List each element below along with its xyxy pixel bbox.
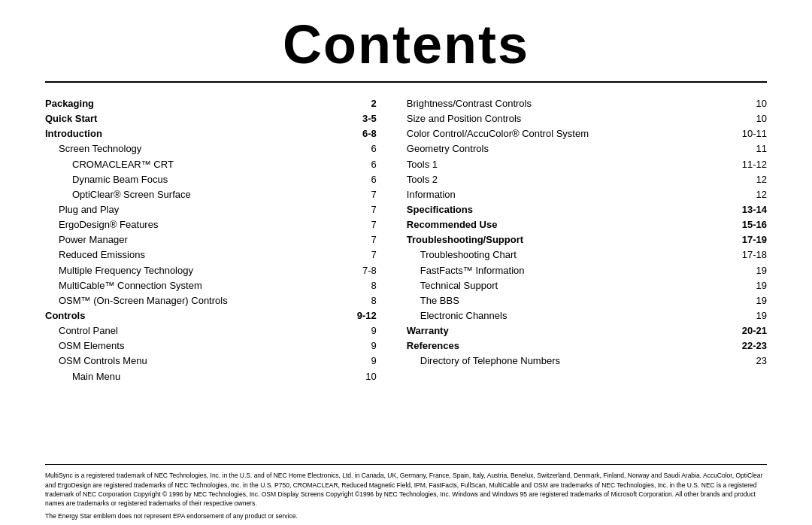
toc-label: Plug and Play — [59, 202, 347, 217]
toc-page: 10 — [737, 111, 767, 126]
toc-entry: OSM™ (On-Screen Manager) Controls8 — [45, 293, 377, 308]
toc-entry: OSM Controls Menu9 — [45, 354, 377, 369]
toc-entry: CROMACLEAR™ CRT6 — [45, 157, 377, 172]
toc-entry: FastFacts™ Information19 — [407, 263, 767, 278]
toc-page: 19 — [737, 278, 767, 293]
toc-label: Dynamic Beam Focus — [72, 172, 347, 187]
toc-label: Power Manager — [59, 232, 347, 247]
toc-page: 6 — [347, 172, 377, 187]
page: Contents Packaging2Quick Start3-5Introdu… — [0, 0, 812, 525]
toc-entry: Tools 212 — [407, 172, 767, 187]
toc-label: CROMACLEAR™ CRT — [72, 157, 347, 172]
toc-label: Warranty — [407, 323, 737, 338]
toc-label: OSM Controls Menu — [59, 354, 347, 369]
toc-page: 9 — [347, 323, 377, 338]
toc-page: 10 — [347, 369, 377, 384]
toc-entry: Recommended Use15-16 — [407, 217, 767, 232]
toc-page: 10-11 — [737, 126, 767, 141]
left-column: Packaging2Quick Start3-5Introduction6-8S… — [45, 96, 392, 464]
toc-page: 12 — [737, 187, 767, 202]
toc-entry: Quick Start3-5 — [45, 111, 377, 126]
toc-page: 9-12 — [347, 308, 377, 323]
toc-entry: Main Menu10 — [45, 369, 377, 384]
toc-page: 19 — [737, 263, 767, 278]
toc-entry: Control Panel9 — [45, 323, 377, 338]
toc-label: Technical Support — [420, 278, 737, 293]
divider — [45, 81, 767, 83]
toc-page: 7 — [347, 202, 377, 217]
toc-label: Tools 1 — [407, 157, 737, 172]
toc-page: 12 — [737, 172, 767, 187]
toc-page: 7-8 — [347, 263, 377, 278]
toc-entry: Plug and Play7 — [45, 202, 377, 217]
toc-entry: Screen Technology6 — [45, 141, 377, 156]
footer-main-text: MultiSync is a registered trademark of N… — [45, 471, 767, 508]
toc-page: 11-12 — [737, 157, 767, 172]
toc-page: 11 — [737, 141, 767, 156]
toc-label: Troubleshooting Chart — [420, 247, 737, 262]
toc-entry: References22-23 — [407, 338, 767, 354]
toc-page: 6 — [347, 157, 377, 172]
toc-label: OSM Elements — [59, 338, 347, 354]
toc-label: Multiple Frequency Technology — [59, 263, 347, 278]
toc-entry: Reduced Emissions7 — [45, 247, 377, 262]
toc-entry: Directory of Telephone Numbers23 — [407, 354, 767, 369]
toc-label: OSM™ (On-Screen Manager) Controls — [59, 293, 347, 308]
toc-label: Size and Position Controls — [407, 111, 737, 126]
title-section: Contents — [45, 0, 767, 81]
toc-label: Electronic Channels — [420, 308, 737, 323]
toc-page: 7 — [347, 232, 377, 247]
toc-page: 22-23 — [737, 338, 767, 354]
toc-label: Specifications — [407, 202, 737, 217]
toc-label: Troubleshooting/Support — [407, 232, 737, 247]
toc-label: Directory of Telephone Numbers — [420, 354, 737, 369]
toc-entry: Color Control/AccuColor® Control System1… — [407, 126, 767, 141]
toc-page: 9 — [347, 338, 377, 354]
toc-entry: The BBS19 — [407, 293, 767, 308]
toc-page: 17-18 — [737, 247, 767, 262]
toc-page: 17-19 — [737, 232, 767, 247]
toc-page: 15-16 — [737, 217, 767, 232]
page-title: Contents — [283, 14, 529, 74]
toc-entry: OSM Elements9 — [45, 338, 377, 354]
toc-page: 7 — [347, 247, 377, 262]
toc-entry: Information12 — [407, 187, 767, 202]
toc-entry: Geometry Controls11 — [407, 141, 767, 156]
toc-label: Main Menu — [72, 369, 347, 384]
toc-entry: Specifications13-14 — [407, 202, 767, 217]
toc-page: 10 — [737, 96, 767, 111]
toc-label: ErgoDesign® Features — [59, 217, 347, 232]
toc-entry: Electronic Channels19 — [407, 308, 767, 323]
toc-label: Control Panel — [59, 323, 347, 338]
toc-page: 20-21 — [737, 323, 767, 338]
toc-page: 6-8 — [347, 126, 377, 141]
toc-entry: MultiCable™ Connection System8 — [45, 278, 377, 293]
toc-label: Tools 2 — [407, 172, 737, 187]
toc-label: Packaging — [45, 96, 347, 111]
toc-entry: Technical Support19 — [407, 278, 767, 293]
toc-label: Color Control/AccuColor® Control System — [407, 126, 737, 141]
toc-page: 8 — [347, 278, 377, 293]
footer-energy-text: The Energy Star emblem does not represen… — [45, 511, 767, 520]
toc-entry: Warranty20-21 — [407, 323, 767, 338]
toc-entry: Troubleshooting Chart17-18 — [407, 247, 767, 262]
toc-label: Geometry Controls — [407, 141, 737, 156]
toc-page: 6 — [347, 141, 377, 156]
toc-page: 13-14 — [737, 202, 767, 217]
toc-page: 7 — [347, 187, 377, 202]
toc-page: 7 — [347, 217, 377, 232]
toc-entry: Size and Position Controls10 — [407, 111, 767, 126]
toc-page: 8 — [347, 293, 377, 308]
toc-entry: Introduction6-8 — [45, 126, 377, 141]
toc-label: Screen Technology — [59, 141, 347, 156]
toc-page: 19 — [737, 308, 767, 323]
toc-label: Information — [407, 187, 737, 202]
toc-label: Brightness/Contrast Controls — [407, 96, 737, 111]
toc-entry: ErgoDesign® Features7 — [45, 217, 377, 232]
toc-entry: Packaging2 — [45, 96, 377, 111]
footer: MultiSync is a registered trademark of N… — [45, 464, 767, 525]
toc-label: FastFacts™ Information — [420, 263, 737, 278]
toc-entry: Power Manager7 — [45, 232, 377, 247]
toc-label: MultiCable™ Connection System — [59, 278, 347, 293]
toc-page: 2 — [347, 96, 377, 111]
